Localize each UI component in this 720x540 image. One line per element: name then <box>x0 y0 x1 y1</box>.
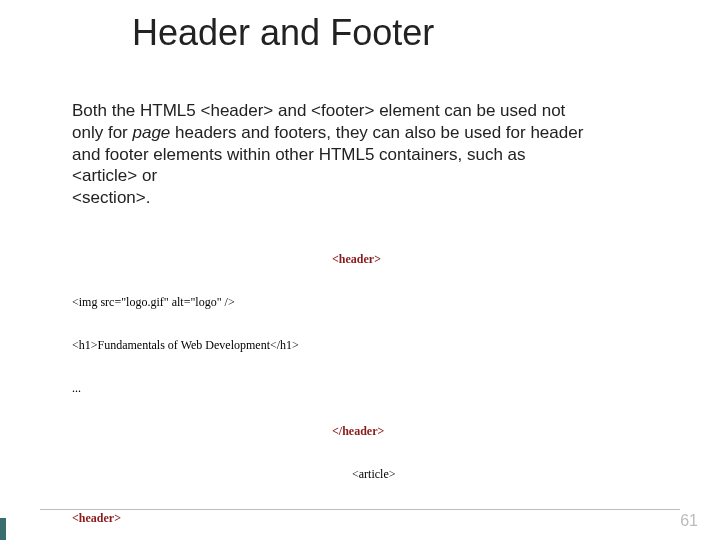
slide-title: Header and Footer <box>132 12 660 54</box>
accent-bar <box>0 518 6 540</box>
footer-rule <box>40 509 680 510</box>
body-paragraph: Both the HTML5 <header> and <footer> ele… <box>72 100 592 209</box>
code-tag-header-close-1: </header> <box>332 424 384 438</box>
code-example: <header> <img src="logo.gif" alt="logo" … <box>72 223 660 540</box>
page-number: 61 <box>680 512 698 530</box>
body-text-italic: page <box>132 123 170 142</box>
code-line-ellipsis-1: ... <box>72 381 660 395</box>
code-line-h1: <h1>Fundamentals of Web Development</h1> <box>72 338 660 352</box>
code-line-article-open: <article> <box>72 467 660 481</box>
body-text-3: <section>. <box>72 188 150 207</box>
code-line-img: <img src="logo.gif" alt="logo" /> <box>72 295 660 309</box>
code-tag-header-open-2: <header> <box>72 511 121 525</box>
code-tag-header-open-1: <header> <box>332 252 381 266</box>
